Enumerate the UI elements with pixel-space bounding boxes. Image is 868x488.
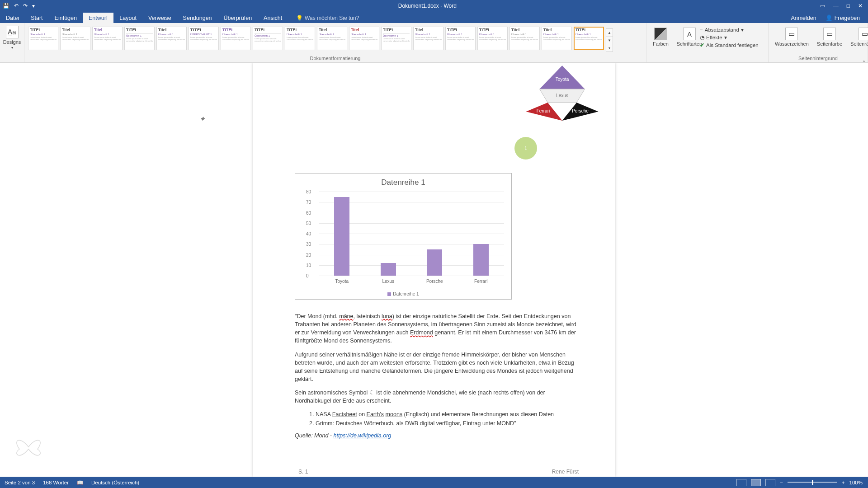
proofing-icon[interactable]: 📖 xyxy=(77,479,83,486)
gallery-scroll[interactable]: ▲▼▾ xyxy=(606,28,613,52)
svg-text:Ferrari: Ferrari xyxy=(537,108,550,113)
tab-sendungen[interactable]: Sendungen xyxy=(177,13,218,23)
watermark-button[interactable]: ▭ Wasserzeichen xyxy=(772,27,811,47)
style-set-item[interactable]: TitelÜberschrift 1Lorem ipsum dolor sit … xyxy=(60,27,90,50)
style-set-item[interactable]: TitelÜberschrift 1Lorem ipsum dolor sit … xyxy=(542,27,572,50)
status-bar: Seite 2 von 3 168 Wörter 📖 Deutsch (Öste… xyxy=(0,477,868,488)
zoom-out-icon[interactable]: − xyxy=(780,480,783,485)
svg-text:Lexus: Lexus xyxy=(556,93,568,98)
tell-me-search[interactable]: 💡 Was möchten Sie tun? xyxy=(296,15,359,23)
style-set-item[interactable]: TITELÜberschrift 1Lorem ipsum dolor sit … xyxy=(445,27,476,50)
style-set-item[interactable]: TITELÜberschrift 1Lorem ipsum dolor sit … xyxy=(574,27,604,50)
style-set-item[interactable]: TitelÜberschrift 1Lorem ipsum dolor sit … xyxy=(317,27,347,50)
butterfly-icon xyxy=(13,433,44,460)
fonts-icon: A xyxy=(683,28,696,40)
paragraph-1: "Der Mond (mhd. mâne, lateinisch luna) i… xyxy=(295,312,577,345)
body-text[interactable]: "Der Mond (mhd. mâne, lateinisch luna) i… xyxy=(295,312,577,445)
svg-text:Toyota: Toyota xyxy=(556,77,569,82)
zoom-slider[interactable] xyxy=(788,482,837,483)
title-bar: 💾 ↶ ↷ ▾ Dokument1.docx - Word ▭ — □ ✕ xyxy=(0,0,868,12)
watermark-icon: ▭ xyxy=(785,28,798,40)
set-as-default-button[interactable]: ✔ Als Standard festlegen xyxy=(700,42,764,48)
tab-ueberpruefen[interactable]: Überprüfen xyxy=(218,13,258,23)
colors-icon xyxy=(654,28,667,40)
chart-title: Datenreihe 1 xyxy=(295,174,511,190)
share-icon: 👤 xyxy=(826,14,833,21)
colors-button[interactable]: Farben xyxy=(650,27,671,47)
page-number: S. 1 xyxy=(298,469,308,475)
zoom-level[interactable]: 100% xyxy=(849,480,863,485)
save-icon[interactable]: 💾 xyxy=(3,3,9,9)
style-set-item[interactable]: TITELÜberschrift 1Lorem ipsum dolor sit … xyxy=(221,27,251,50)
bar-chart[interactable]: Datenreihe 1 01020304050607080ToyotaLexu… xyxy=(295,173,512,300)
share-button[interactable]: 👤Freigeben xyxy=(826,14,860,21)
page-color-button[interactable]: ▭ Seitenfarbe xyxy=(814,27,845,47)
ribbon-tabs: Datei Start Einfügen Entwurf Layout Verw… xyxy=(0,12,868,23)
chart-legend: Datenreihe 1 xyxy=(295,291,511,296)
designs-button[interactable]: A̲a Designs▾ xyxy=(4,25,20,51)
style-set-item[interactable]: TITELÜberschrift 1Lorem ipsum dolor sit … xyxy=(253,27,283,50)
view-print-layout[interactable] xyxy=(751,479,761,486)
sign-in-button[interactable]: Anmelden xyxy=(791,14,816,21)
tab-layout[interactable]: Layout xyxy=(113,13,142,23)
group-label-page-bg: Seitenhintergrund xyxy=(772,55,864,62)
tab-start[interactable]: Start xyxy=(25,13,48,23)
style-set-item[interactable]: TitelÜberschrift 1Lorem ipsum dolor sit … xyxy=(92,27,123,50)
document-area[interactable]: ⌖ 1 Toyota Lexus Ferrari Porsche Datenre… xyxy=(0,63,868,477)
list-item: NASA Factsheet on Earth's moons (Englisc… xyxy=(316,410,577,418)
style-set-item[interactable]: TitelÜberschrift 1Lorem ipsum dolor sit … xyxy=(349,27,379,50)
chart-bar xyxy=(427,249,442,276)
maximize-icon[interactable]: □ xyxy=(847,3,850,9)
ribbon: A̲a Designs▾ TITELÜberschrift 1Lorem ips… xyxy=(0,23,868,63)
chart-x-label: Ferrari xyxy=(474,279,487,284)
page-borders-button[interactable]: ▭ Seitenränder xyxy=(848,27,868,47)
page: 1 Toyota Lexus Ferrari Porsche Datenreih… xyxy=(253,63,615,477)
paragraph-3: Sein astronomisches Symbol ☾ ist die abn… xyxy=(295,389,577,405)
tab-entwurf[interactable]: Entwurf xyxy=(83,13,113,23)
tab-verweise[interactable]: Verweise xyxy=(142,13,177,23)
chart-bar xyxy=(381,263,396,276)
chart-x-label: Porsche xyxy=(426,279,443,284)
status-page[interactable]: Seite 2 von 3 xyxy=(5,480,35,485)
status-word-count[interactable]: 168 Wörter xyxy=(43,480,69,485)
paragraph-spacing-button[interactable]: ≡ Absatzabstand ▾ xyxy=(700,27,764,33)
style-set-item[interactable]: TitelÜberschrift 1Lorem ipsum dolor sit … xyxy=(413,27,443,50)
minimize-icon[interactable]: — xyxy=(833,3,839,9)
chart-bar xyxy=(473,244,489,276)
style-set-item[interactable]: TITELÜBERSCHRIFT 1Lorem ipsum dolor sit … xyxy=(189,27,219,50)
status-language[interactable]: Deutsch (Österreich) xyxy=(91,480,139,485)
reference-list: NASA Factsheet on Earth's moons (Englisc… xyxy=(295,410,577,427)
page-owner: Rene Fürst xyxy=(552,469,579,475)
style-set-item[interactable]: TITELÜberschrift 1Lorem ipsum dolor sit … xyxy=(477,27,508,50)
tab-datei[interactable]: Datei xyxy=(0,13,25,23)
lightbulb-icon: 💡 xyxy=(296,15,303,21)
style-set-item[interactable]: TITELÜberschrift 1Lorem ipsum dolor sit … xyxy=(28,27,58,50)
style-set-item[interactable]: TITELÜberschrift 1Lorem ipsum dolor sit … xyxy=(285,27,315,50)
comment-marker[interactable]: 1 xyxy=(514,137,537,160)
svg-text:Porsche: Porsche xyxy=(572,108,589,113)
style-set-item[interactable]: TitelÜberschrift 1Lorem ipsum dolor sit … xyxy=(509,27,540,50)
check-icon: ✔ xyxy=(700,42,704,48)
undo-icon[interactable]: ↶ xyxy=(14,3,19,9)
style-set-item[interactable]: TitelÜberschrift 1Lorem ipsum dolor sit … xyxy=(156,27,187,50)
tab-ansicht[interactable]: Ansicht xyxy=(258,13,288,23)
source-line: Quelle: Mond - https://de.wikipedia.org xyxy=(295,432,577,440)
close-icon[interactable]: ✕ xyxy=(858,3,863,9)
effects-button[interactable]: ◔ Effekte ▾ xyxy=(700,34,764,41)
tab-einfuegen[interactable]: Einfügen xyxy=(49,13,83,23)
chart-bar xyxy=(334,197,349,276)
source-link[interactable]: https://de.wikipedia.org xyxy=(333,432,391,439)
view-web-layout[interactable] xyxy=(765,479,775,486)
redo-icon[interactable]: ↷ xyxy=(23,3,28,9)
chart-x-label: Toyota xyxy=(335,279,349,284)
window-title: Dokument1.docx - Word xyxy=(35,3,820,9)
style-set-item[interactable]: TITELÜberschrift 1Lorem ipsum dolor sit … xyxy=(381,27,411,50)
ribbon-options-icon[interactable]: ▭ xyxy=(820,3,825,9)
zoom-in-icon[interactable]: + xyxy=(842,480,845,485)
view-read-mode[interactable] xyxy=(736,479,746,486)
page-borders-icon: ▭ xyxy=(859,28,868,40)
page-color-icon: ▭ xyxy=(823,28,836,40)
window-controls: ▭ — □ ✕ xyxy=(820,3,868,9)
style-set-gallery[interactable]: TITELÜberschrift 1Lorem ipsum dolor sit … xyxy=(28,25,642,52)
style-set-item[interactable]: TITELÜberschrift 1Lorem ipsum dolor sit … xyxy=(124,27,155,50)
